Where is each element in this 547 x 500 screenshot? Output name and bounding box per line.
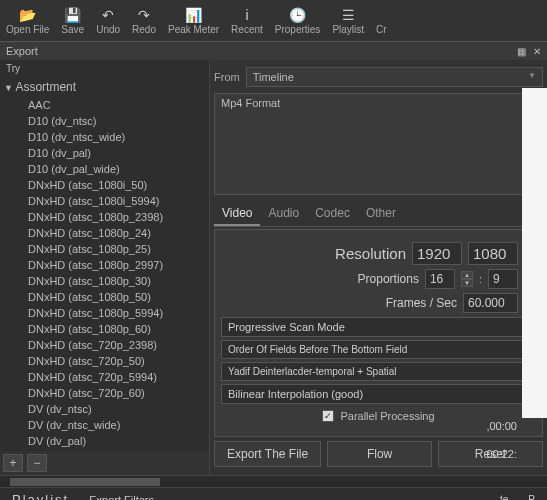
preset-item[interactable]: DNxHD (atsc_1080p_24) <box>0 225 209 241</box>
interpolation-combo[interactable]: Bilinear Interpolation (good) <box>221 384 536 404</box>
preset-item[interactable]: AAC <box>0 97 209 113</box>
preset-item[interactable]: DNxHD (atsc_1080i_5994) <box>0 193 209 209</box>
preset-item[interactable]: D10 (dv_pal) <box>0 145 209 161</box>
toolbar-open-file-button[interactable]: 📂Open File <box>0 0 55 41</box>
preset-item[interactable]: DNxHD (atsc_1080p_2398) <box>0 209 209 225</box>
fps-label: Frames / Sec <box>386 296 457 310</box>
panel-close-icon[interactable]: ✕ <box>533 46 541 57</box>
aspect-w-input[interactable]: 16 <box>425 269 455 289</box>
toolbar-undo-button[interactable]: ↶Undo <box>90 0 126 41</box>
time-label-1: ,00:00 <box>486 420 517 432</box>
remove-preset-button[interactable]: − <box>27 454 47 472</box>
toolbar-icon: 📂 <box>19 6 36 24</box>
preset-item[interactable]: DNxHD (atsc_1080i_50) <box>0 177 209 193</box>
parallel-label: Parallel Processing <box>340 410 434 422</box>
format-combo[interactable]: Mp4 Format <box>214 93 543 195</box>
toolbar-icon: ☰ <box>342 6 355 24</box>
flow-button[interactable]: Flow <box>327 441 432 467</box>
preset-item[interactable]: DNxHD (atsc_1080p_50) <box>0 289 209 305</box>
tree-root-assortment[interactable]: Assortment <box>0 77 209 97</box>
preset-item[interactable]: DNxHD (atsc_720p_60) <box>0 385 209 401</box>
resolution-label: Resolution <box>335 245 406 262</box>
toolbar-recent-button[interactable]: iRecent <box>225 0 269 41</box>
resolution-height-input[interactable]: 1080 <box>468 242 518 265</box>
toolbar-icon: i <box>245 6 248 24</box>
tab-video[interactable]: Video <box>214 202 260 226</box>
footer-p[interactable]: P <box>522 492 541 500</box>
toolbar-redo-button[interactable]: ↷Redo <box>126 0 162 41</box>
toolbar-save-button[interactable]: 💾Save <box>55 0 90 41</box>
tree-search-label: Try <box>0 60 209 77</box>
tab-other[interactable]: Other <box>358 202 404 226</box>
toolbar-cr-button[interactable]: Cr <box>370 0 393 41</box>
preset-item[interactable]: DV (dv_ntsc) <box>0 401 209 417</box>
horizontal-scrollbar[interactable] <box>0 475 547 487</box>
add-preset-button[interactable]: + <box>3 454 23 472</box>
preset-item[interactable]: DNxHD (atsc_1080p_2997) <box>0 257 209 273</box>
toolbar-icon: 💾 <box>64 6 81 24</box>
toolbar-icon: 🕒 <box>289 6 306 24</box>
panel-grid-icon[interactable]: ▦ <box>517 46 526 57</box>
preset-item[interactable]: D10 (dv_pal_wide) <box>0 161 209 177</box>
preset-item[interactable]: D10 (dv_ntsc) <box>0 113 209 129</box>
proportions-label: Proportions <box>358 272 419 286</box>
footer-other[interactable]: te <box>494 492 514 500</box>
toolbar-icon: ↷ <box>138 6 150 24</box>
aspect-h-input[interactable]: 9 <box>488 269 518 289</box>
preset-item[interactable]: DNxHD (atsc_1080p_30) <box>0 273 209 289</box>
playlist-tab[interactable]: Playlist <box>6 490 75 500</box>
export-file-button[interactable]: Export The File <box>214 441 321 467</box>
preset-item[interactable]: DNxHD (atsc_1080p_60) <box>0 321 209 337</box>
preset-item[interactable]: DV (dv_pal) <box>0 433 209 449</box>
toolbar-properties-button[interactable]: 🕒Properties <box>269 0 327 41</box>
deinterlace-combo[interactable]: Yadif Deinterlacder-temporal + Spatial <box>221 362 536 381</box>
parallel-checkbox[interactable]: ✓ <box>322 410 334 422</box>
tab-codec[interactable]: Codec <box>307 202 358 226</box>
toolbar-peak-meter-button[interactable]: 📊Peak Meter <box>162 0 225 41</box>
tab-audio[interactable]: Audio <box>260 202 307 226</box>
from-combo[interactable]: Timeline <box>246 67 543 87</box>
toolbar-icon: ↶ <box>102 6 114 24</box>
export-filters-tab[interactable]: Export Filters <box>83 492 160 501</box>
toolbar-playlist-button[interactable]: ☰Playlist <box>326 0 370 41</box>
preset-item[interactable]: DNxHD (atsc_720p_50) <box>0 353 209 369</box>
fps-input[interactable]: 60.000 <box>463 293 518 313</box>
resolution-width-input[interactable]: 1920 <box>412 242 462 265</box>
preset-item[interactable]: DNxHD (atsc_1080p_5994) <box>0 305 209 321</box>
preset-item[interactable]: DNxHD (atsc_720p_2398) <box>0 337 209 353</box>
toolbar-icon: 📊 <box>185 6 202 24</box>
preset-item[interactable]: D10 (dv_ntsc_wide) <box>0 129 209 145</box>
preset-item[interactable]: DNxHD (atsc_1080p_25) <box>0 241 209 257</box>
field-order-combo[interactable]: Order Of Fields Before The Bottom Field <box>221 340 536 359</box>
preset-item[interactable]: DNxHD (atsc_720p_5994) <box>0 369 209 385</box>
scan-mode-combo[interactable]: Progressive Scan Mode <box>221 317 536 337</box>
preset-item[interactable]: DV (dv_ntsc_wide) <box>0 417 209 433</box>
preview-area <box>522 88 547 418</box>
time-label-2: 00:22: <box>486 448 517 460</box>
from-label: From <box>214 71 240 83</box>
panel-title: Export <box>6 45 38 57</box>
